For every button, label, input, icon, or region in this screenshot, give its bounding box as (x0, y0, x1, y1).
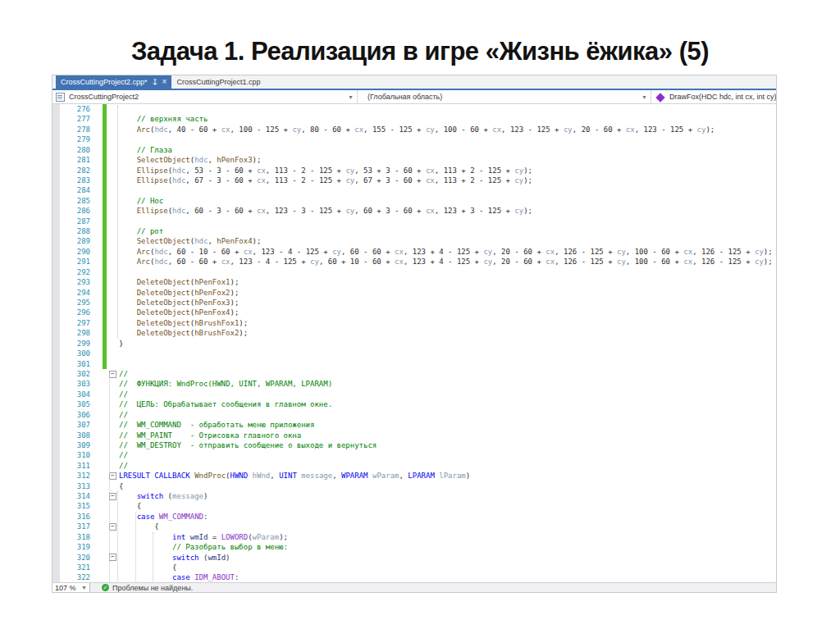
code-line[interactable]: 278 Arc(hdc, 40 - 60 + cx, 100 - 125 + c… (52, 125, 776, 134)
line-number: 280 (60, 145, 94, 155)
code-line[interactable]: 309// WM_DESTROY - отправить сообщение о… (52, 440, 776, 450)
code-area[interactable]: 276277 // верхняя часть278 Arc(hdc, 40 -… (52, 104, 776, 583)
line-number: 283 (60, 175, 94, 185)
project-dropdown-value: CrossCuttingProject2 (69, 93, 139, 101)
code-line[interactable]: 308// WM_PAINT - Отрисовка главного окна (52, 431, 776, 440)
code-text: DeleteObject(hPenFox1); (119, 277, 776, 287)
line-number: 307 (60, 420, 94, 430)
code-line[interactable]: 295 DeleteObject(hPenFox3); (52, 298, 776, 308)
tab-label: CrossCuttingProject2.cpp* (61, 78, 148, 86)
code-line[interactable]: 296 DeleteObject(hPenFox4); (52, 308, 776, 317)
code-line[interactable]: 310// (52, 450, 776, 460)
line-number: 297 (60, 318, 94, 328)
code-line[interactable]: 302−// (52, 369, 776, 379)
document-health-indicator[interactable]: ✓ Проблемы не найдены. (102, 584, 193, 592)
code-line[interactable]: 321 { (52, 563, 776, 572)
code-line[interactable]: 319 // Разобрать выбор в меню: (52, 542, 776, 552)
code-line[interactable]: 297 DeleteObject(hBrushFox1); (52, 318, 776, 328)
code-line[interactable]: 298 DeleteObject(hBrushFox2); (52, 328, 776, 338)
zoom-level-dropdown[interactable]: 107 % ▼ (52, 583, 90, 592)
code-line[interactable]: 306// (52, 410, 776, 420)
code-line[interactable]: 291 Arc(hdc, 60 - 60 + cx, 123 - 4 - 125… (52, 257, 776, 267)
line-number: 286 (60, 206, 94, 216)
code-line[interactable]: 301 (52, 359, 776, 369)
code-line[interactable]: 290 Arc(hdc, 60 - 10 - 60 + cx, 123 - 4 … (52, 247, 776, 257)
code-line[interactable]: 277 // верхняя часть (52, 114, 776, 124)
code-line[interactable]: 320− switch (wmId) (52, 553, 776, 563)
code-line[interactable]: 307// WM_COMMAND - обработать меню прило… (52, 420, 776, 430)
code-text (119, 185, 776, 195)
chevron-down-icon: ▼ (637, 94, 647, 100)
code-line[interactable]: 313{ (52, 481, 776, 491)
line-number: 313 (60, 481, 94, 491)
code-line[interactable]: 289 SelectObject(hdc, hPenFox4); (52, 236, 776, 246)
code-line[interactable]: 286 Ellipse(hdc, 60 - 3 - 60 + cx, 123 -… (52, 206, 776, 216)
code-text: DeleteObject(hBrushFox1); (119, 318, 776, 328)
code-text: { (119, 501, 776, 511)
line-number: 282 (60, 166, 94, 175)
code-text: // (119, 390, 776, 399)
project-dropdown[interactable]: CrossCuttingProject2 ▼ (52, 90, 358, 103)
code-line[interactable]: 293 DeleteObject(hPenFox1); (52, 277, 776, 287)
code-line[interactable]: 300 (52, 349, 776, 358)
line-number: 277 (60, 114, 94, 124)
tab-bar: CrossCuttingProject2.cpp* × CrossCutting… (52, 75, 776, 90)
code-text: // (119, 369, 776, 379)
collapse-icon[interactable]: − (109, 371, 116, 378)
line-number: 298 (60, 328, 94, 338)
code-line[interactable]: 317− { (52, 522, 776, 531)
code-line[interactable]: 285 // Нос (52, 196, 776, 206)
scope-dropdown[interactable]: (Глобальная область) ▼ (358, 90, 651, 103)
line-number: 279 (60, 134, 94, 144)
indent-guide (117, 106, 118, 339)
code-line[interactable]: 287 (52, 217, 776, 226)
line-number: 321 (60, 563, 94, 572)
code-line[interactable]: 314− switch (message) (52, 491, 776, 501)
collapse-icon[interactable]: − (109, 493, 116, 500)
line-number: 308 (60, 431, 94, 440)
code-line[interactable]: 294 DeleteObject(hPenFox2); (52, 288, 776, 298)
code-text: // (119, 461, 776, 471)
tab-crosscuttingproject2[interactable]: CrossCuttingProject2.cpp* × (56, 75, 171, 89)
code-text: // WM_DESTROY - отправить сообщение о вы… (119, 440, 776, 450)
code-text: LRESULT CALLBACK WndProc(HWND hWnd, UINT… (119, 471, 776, 481)
close-icon[interactable]: × (162, 78, 167, 86)
code-line[interactable]: 288 // рот (52, 226, 776, 236)
tab-crosscuttingproject1[interactable]: CrossCuttingProject1.cpp (171, 75, 265, 89)
code-text: // Глаза (119, 145, 776, 155)
function-dropdown-value: DrawFox(HDC hdc, int cx, int cy) (669, 93, 776, 101)
code-text: // верхняя часть (119, 114, 776, 124)
code-line[interactable]: 318 int wmId = LOWORD(wParam); (52, 532, 776, 542)
code-line[interactable]: 315 { (52, 501, 776, 511)
code-line[interactable]: 305// ЦЕЛЬ: Обрабатывает сообщения в гла… (52, 399, 776, 409)
fold-column (107, 339, 119, 349)
code-editor-window: CrossCuttingProject2.cpp* × CrossCutting… (52, 75, 777, 593)
function-dropdown[interactable]: DrawFox(HDC hdc, int cx, int cy) (651, 90, 776, 103)
code-line[interactable]: 311// (52, 461, 776, 471)
code-line[interactable]: 280 // Глаза (52, 145, 776, 155)
line-number: 278 (60, 125, 94, 134)
code-line[interactable]: 303// ФУНКЦИЯ: WndProc(HWND, UINT, WPARA… (52, 379, 776, 389)
code-text: // (119, 410, 776, 420)
code-line[interactable]: 279 (52, 134, 776, 144)
collapse-icon[interactable]: − (109, 554, 116, 561)
code-line[interactable]: 282 Ellipse(hdc, 53 - 3 - 60 + cx, 113 -… (52, 166, 776, 175)
code-line[interactable]: 312−LRESULT CALLBACK WndProc(HWND hWnd, … (52, 471, 776, 481)
collapse-icon[interactable]: − (109, 472, 116, 480)
indent-guide (153, 532, 153, 583)
code-line[interactable]: 284 (52, 185, 776, 195)
code-line[interactable]: 276 (52, 104, 776, 114)
code-line[interactable]: 299} (52, 339, 776, 349)
code-line[interactable]: 283 Ellipse(hdc, 67 - 3 - 60 + cx, 113 -… (52, 175, 776, 185)
code-line[interactable]: 304// (52, 390, 776, 399)
code-line[interactable]: 322 case IDM_ABOUT: (52, 572, 776, 582)
fold-column (107, 349, 119, 358)
code-line[interactable]: 292 (52, 267, 776, 277)
collapse-icon[interactable]: − (109, 523, 116, 531)
chevron-down-icon: ▼ (81, 585, 87, 590)
code-line[interactable]: 316 case WM_COMMAND: (52, 512, 776, 522)
navigation-bar: CrossCuttingProject2 ▼ (Глобальная облас… (52, 90, 776, 104)
line-number: 291 (60, 257, 94, 267)
code-line[interactable]: 281 SelectObject(hdc, hPenFox3); (52, 155, 776, 165)
pin-icon[interactable] (152, 79, 158, 86)
